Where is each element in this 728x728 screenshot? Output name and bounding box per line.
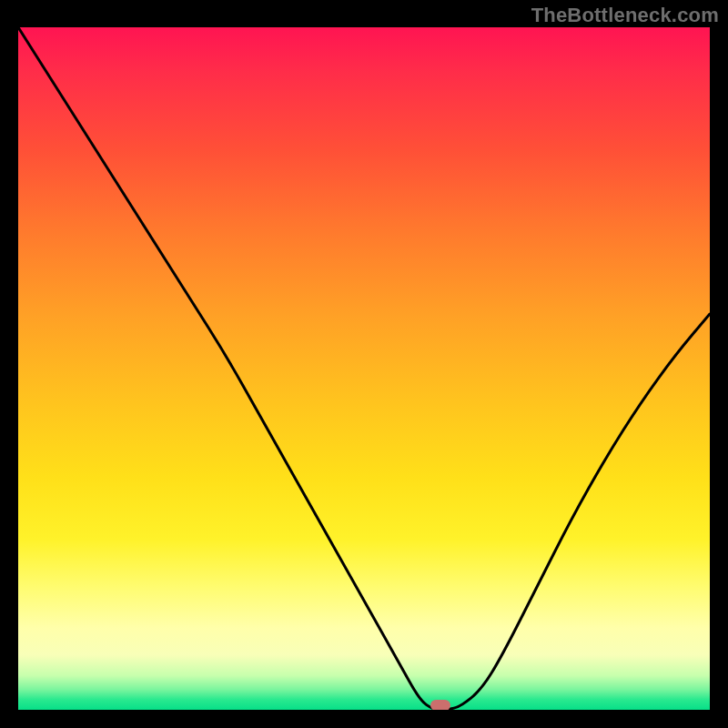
optimal-marker [430, 700, 450, 710]
curve-path [18, 27, 710, 710]
plot-area [18, 27, 710, 710]
chart-frame: TheBottleneck.com [0, 0, 728, 728]
watermark-text: TheBottleneck.com [531, 4, 719, 27]
bottleneck-curve [18, 27, 710, 710]
